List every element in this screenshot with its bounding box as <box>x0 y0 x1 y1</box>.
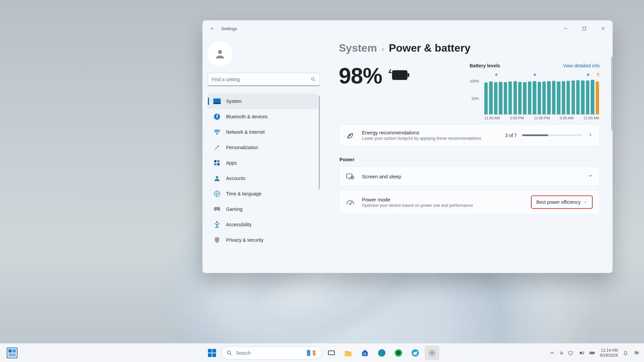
power-mode-icon <box>346 198 355 206</box>
svg-point-21 <box>227 351 230 354</box>
power-mode-card: Power mode Optimize your device based on… <box>339 190 600 215</box>
back-button[interactable] <box>206 22 219 35</box>
search-promo-icon <box>305 349 317 357</box>
taskbar-search[interactable] <box>221 346 322 360</box>
settings-app-button[interactable] <box>425 346 439 360</box>
sidebar-item-gaming[interactable]: Gaming <box>207 201 318 217</box>
find-setting-box[interactable] <box>207 73 320 86</box>
file-explorer-button[interactable] <box>341 346 356 360</box>
tray-language[interactable]: فا <box>560 350 563 355</box>
chevron-down-icon <box>588 173 593 179</box>
svg-rect-35 <box>569 351 572 354</box>
taskbar: فا 11:14 AM 9/19/2024 PRE <box>0 343 644 362</box>
search-icon <box>311 77 316 82</box>
content-scrollbar[interactable] <box>611 57 612 130</box>
edge-button[interactable] <box>374 346 389 360</box>
ms-store-button[interactable] <box>358 346 372 360</box>
tray-copilot-icon[interactable]: PRE <box>633 350 639 356</box>
y-tick-100: 100% <box>470 79 479 83</box>
sidebar-item-label: Accounts <box>226 176 246 181</box>
svg-rect-4 <box>213 103 221 104</box>
svg-rect-9 <box>214 163 217 166</box>
tray-overflow-chevron[interactable] <box>549 350 555 356</box>
svg-point-20 <box>350 204 351 205</box>
sidebar-item-bluetooth[interactable]: Bluetooth & devices <box>207 109 318 124</box>
power-mode-value: Best power efficiency <box>536 199 581 205</box>
telegram-button[interactable] <box>408 346 423 360</box>
find-setting-input[interactable] <box>212 77 311 82</box>
svg-rect-18 <box>346 174 352 178</box>
wifi-icon <box>213 128 221 136</box>
svg-text:PRE: PRE <box>637 352 639 354</box>
tray-time: 11:14 AM <box>600 348 618 353</box>
close-button[interactable] <box>594 20 612 37</box>
svg-rect-30 <box>365 354 366 355</box>
sidebar-item-accessibility[interactable]: Accessibility <box>207 217 318 232</box>
sidebar-item-label: Bluetooth & devices <box>226 114 268 119</box>
screen-and-sleep-card[interactable]: Screen and sleep <box>339 166 600 186</box>
sidebar-item-apps[interactable]: Apps <box>207 155 318 171</box>
section-header-power: Power <box>339 157 610 162</box>
svg-rect-7 <box>214 160 217 163</box>
svg-rect-26 <box>364 350 366 352</box>
user-avatar[interactable] <box>207 41 233 67</box>
svg-rect-25 <box>362 351 368 356</box>
tray-battery-icon[interactable] <box>589 350 595 356</box>
svg-point-1 <box>218 50 222 54</box>
sidebar-item-label: Gaming <box>226 206 243 212</box>
sidebar-scrollbar[interactable] <box>319 96 320 189</box>
sidebar-item-label: Privacy & security <box>226 237 263 243</box>
chevron-down-icon <box>583 200 587 204</box>
search-icon <box>226 350 232 356</box>
paintbrush-icon <box>213 144 221 151</box>
task-view-button[interactable] <box>324 346 339 360</box>
chevron-right-icon: › <box>382 45 384 54</box>
power-mode-title: Power mode <box>362 197 524 202</box>
energy-recommendations-card[interactable]: Energy recommendations Lower your carbon… <box>339 124 600 146</box>
sidebar-item-system[interactable]: System <box>207 94 318 109</box>
spotify-button[interactable] <box>391 346 406 360</box>
view-detailed-link[interactable]: View detailed info <box>563 63 600 68</box>
chevron-right-icon <box>588 132 593 138</box>
sidebar-item-privacy[interactable]: Privacy & security <box>207 232 318 248</box>
apps-icon <box>213 159 221 167</box>
taskbar-search-input[interactable] <box>236 350 302 356</box>
svg-rect-16 <box>408 73 409 77</box>
power-mode-dropdown[interactable]: Best power efficiency <box>531 195 593 209</box>
svg-rect-3 <box>213 99 221 104</box>
sidebar: System Bluetooth & devices Network & int… <box>203 37 324 273</box>
svg-rect-8 <box>217 160 220 163</box>
svg-rect-27 <box>364 353 365 354</box>
svg-rect-29 <box>364 354 365 355</box>
svg-rect-28 <box>365 353 366 354</box>
chart-title: Battery levels <box>470 63 500 68</box>
minimize-button[interactable] <box>556 20 575 37</box>
time-language-icon <box>213 190 221 197</box>
battery-percent-value: 98% <box>339 63 382 88</box>
screen-sleep-title: Screen and sleep <box>362 174 581 179</box>
sidebar-item-time-language[interactable]: Time & language <box>207 186 318 201</box>
sidebar-item-label: Apps <box>226 160 237 166</box>
screen-sleep-icon <box>346 172 355 181</box>
breadcrumb-parent[interactable]: System <box>339 42 377 54</box>
content-area: System › Power & battery 98% Battery lev… <box>324 37 612 273</box>
svg-rect-22 <box>307 350 310 356</box>
svg-rect-38 <box>594 352 595 353</box>
sidebar-item-network[interactable]: Network & internet <box>207 124 318 140</box>
widgets-button[interactable] <box>5 346 19 360</box>
breadcrumb: System › Power & battery <box>339 42 610 54</box>
start-button[interactable] <box>205 346 219 360</box>
energy-title: Energy recommendations <box>362 130 498 135</box>
chart-x-ticks: 11:00 AM 5:00 PM 11:00 PM 5:00 AM 11:00 … <box>484 116 599 122</box>
sidebar-item-personalization[interactable]: Personalization <box>207 140 318 155</box>
tray-clock[interactable]: 11:14 AM 9/19/2024 <box>600 348 618 358</box>
tray-notifications-icon[interactable] <box>623 350 629 356</box>
battery-chart: Battery levels View detailed info 100% 5… <box>470 63 610 122</box>
tray-network-icon[interactable] <box>568 350 574 356</box>
maximize-button[interactable] <box>575 20 594 37</box>
gamepad-icon <box>213 205 221 213</box>
tray-volume-icon[interactable] <box>579 350 585 356</box>
svg-point-34 <box>431 352 433 354</box>
sidebar-item-accounts[interactable]: Accounts <box>207 171 318 186</box>
shield-icon <box>213 236 221 244</box>
